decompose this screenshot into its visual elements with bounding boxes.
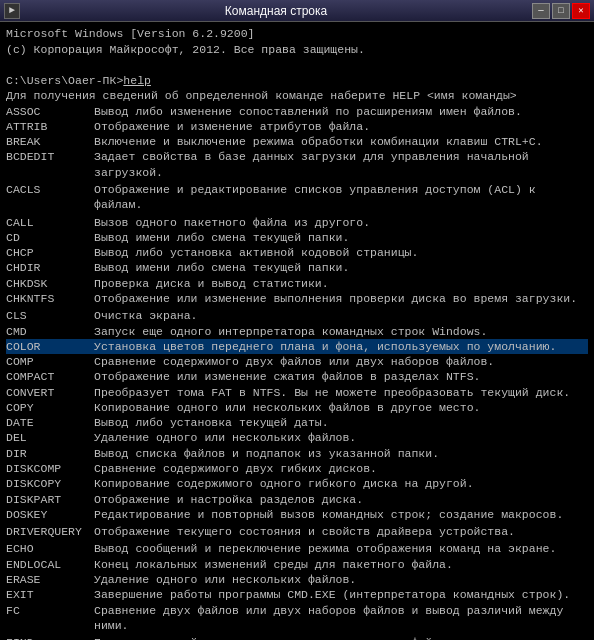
command-row: ERASEУдаление одного или нескольких файл… bbox=[6, 572, 588, 587]
command-desc: Отображение или изменение сжатия файлов … bbox=[94, 369, 588, 384]
minimize-button[interactable]: ─ bbox=[532, 3, 550, 19]
command-name: ERASE bbox=[6, 572, 94, 587]
command-desc: Вывод сообщений и переключение режима от… bbox=[94, 541, 588, 556]
terminal-output: Microsoft Windows [Version 6.2.9200] (с)… bbox=[0, 22, 594, 640]
command-row: FCСравнение двух файлов или двух наборов… bbox=[6, 603, 588, 634]
title-bar: ► Командная строка ─ □ ✕ bbox=[0, 0, 594, 22]
command-row: CMDЗапуск еще одного интерпретатора кома… bbox=[6, 324, 588, 339]
help-intro-text: Для получения сведений об определенной к… bbox=[6, 88, 517, 104]
command-name: COPY bbox=[6, 400, 94, 415]
header-line-1: Microsoft Windows [Version 6.2.9200] bbox=[6, 26, 588, 42]
prompt: C:\Users\Oaer-ПК> bbox=[6, 73, 123, 89]
command-row: ECHOВывод сообщений и переключение режим… bbox=[6, 541, 588, 556]
help-intro: Для получения сведений об определенной к… bbox=[6, 88, 588, 104]
command-desc: Отображение и редактирование списков упр… bbox=[94, 182, 588, 213]
window-title: Командная строка bbox=[20, 4, 532, 18]
command-desc: Удаление одного или нескольких файлов. bbox=[94, 430, 588, 445]
command-name: DIR bbox=[6, 446, 94, 461]
command-row: COMPСравнение содержимого двух файлов ил… bbox=[6, 354, 588, 369]
command-desc: Копирование одного или нескольких файлов… bbox=[94, 400, 588, 415]
command-name: CONVERT bbox=[6, 385, 94, 400]
command-desc: Отображение текущего состояния и свойств… bbox=[94, 524, 588, 539]
command-desc: Проверка диска и вывод статистики. bbox=[94, 276, 588, 291]
command-row: DISKCOPYКопирование содержимого одного г… bbox=[6, 476, 588, 491]
command-row: BREAKВключение и выключение режима обраб… bbox=[6, 134, 588, 149]
command-name: CD bbox=[6, 230, 94, 245]
command-desc: Установка цветов переднего плана и фона,… bbox=[94, 339, 588, 354]
command-row: DIRВывод списка файлов и подпапок из ука… bbox=[6, 446, 588, 461]
command-name: DISKPART bbox=[6, 492, 94, 507]
command-list: ASSOCВывод либо изменение сопоставлений … bbox=[6, 104, 588, 640]
close-button[interactable]: ✕ bbox=[572, 3, 590, 19]
command-desc: Редактирование и повторный вызов командн… bbox=[94, 507, 588, 522]
command-desc: Запуск еще одного интерпретатора командн… bbox=[94, 324, 588, 339]
header-line-3 bbox=[6, 57, 588, 73]
command-name: DISKCOMP bbox=[6, 461, 94, 476]
command-row: ENDLOCALКонец локальных изменений среды … bbox=[6, 557, 588, 572]
command-row: CHCPВывод либо установка активной кодово… bbox=[6, 245, 588, 260]
command-desc: Сравнение содержимого двух файлов или дв… bbox=[94, 354, 588, 369]
command-desc: Отображение и изменение атрибутов файла. bbox=[94, 119, 588, 134]
command-desc: Преобразует тома FAT в NTFS. Вы не может… bbox=[94, 385, 588, 400]
command-row: CHKDSKПроверка диска и вывод статистики. bbox=[6, 276, 588, 291]
command-row: COMPACTОтображение или изменение сжатия … bbox=[6, 369, 588, 384]
command-desc: Отображение или изменение выполнения про… bbox=[94, 291, 588, 306]
command-name: BCDEDIT bbox=[6, 149, 94, 180]
command-name: DOSKEY bbox=[6, 507, 94, 522]
command-name: DISKCOPY bbox=[6, 476, 94, 491]
command-desc: Копирование содержимого одного гибкого д… bbox=[94, 476, 588, 491]
command-name: CACLS bbox=[6, 182, 94, 213]
command-row: DOSKEYРедактирование и повторный вызов к… bbox=[6, 507, 588, 522]
command-row: BCDEDITЗадает свойства в базе данных заг… bbox=[6, 149, 588, 180]
command-desc: Вывод имени либо смена текущей папки. bbox=[94, 260, 588, 275]
maximize-button[interactable]: □ bbox=[552, 3, 570, 19]
command-name: DRIVERQUERY bbox=[6, 524, 94, 539]
command-name: COMPACT bbox=[6, 369, 94, 384]
command-row: EXITЗавершение работы программы CMD.EXE … bbox=[6, 587, 588, 602]
command-name: FIND bbox=[6, 635, 94, 640]
command-row: CACLSОтображение и редактирование списко… bbox=[6, 182, 588, 213]
command-name: FC bbox=[6, 603, 94, 634]
header-line-2: (с) Корпорация Майкрософт, 2012. Все пра… bbox=[6, 42, 588, 58]
command-desc: Вывод либо установка активной кодовой ст… bbox=[94, 245, 588, 260]
window-controls: ─ □ ✕ bbox=[532, 3, 590, 19]
command-row: DELУдаление одного или нескольких файлов… bbox=[6, 430, 588, 445]
command-desc: Очистка экрана. bbox=[94, 308, 588, 323]
command-desc: Отображение и настройка разделов диска. bbox=[94, 492, 588, 507]
command-row: DISKCOMPСравнение содержимого двух гибки… bbox=[6, 461, 588, 476]
input-line: C:\Users\Oaer-ПК>help bbox=[6, 73, 588, 89]
command-name: CLS bbox=[6, 308, 94, 323]
header-text-2: (с) Корпорация Майкрософт, 2012. Все пра… bbox=[6, 42, 365, 58]
command-desc: Вывод либо установка текущей даты. bbox=[94, 415, 588, 430]
command-desc: Поиск текстовой строки в одном или неско… bbox=[94, 635, 588, 640]
command-name: CMD bbox=[6, 324, 94, 339]
command-name: CHCP bbox=[6, 245, 94, 260]
command-row: COPYКопирование одного или нескольких фа… bbox=[6, 400, 588, 415]
command-name: COLOR bbox=[6, 339, 94, 354]
window-container: ► Командная строка ─ □ ✕ Microsoft Windo… bbox=[0, 0, 594, 640]
command-row: COLORУстановка цветов переднего плана и … bbox=[6, 339, 588, 354]
command-row: DATEВывод либо установка текущей даты. bbox=[6, 415, 588, 430]
command-desc: Вывод списка файлов и подпапок из указан… bbox=[94, 446, 588, 461]
command-row: DRIVERQUERYОтображение текущего состояни… bbox=[6, 524, 588, 539]
command-name: BREAK bbox=[6, 134, 94, 149]
command-desc: Вывод либо изменение сопоставлений по ра… bbox=[94, 104, 588, 119]
command-name: ASSOC bbox=[6, 104, 94, 119]
command-desc: Вызов одного пакетного файла из другого. bbox=[94, 215, 588, 230]
command-row: FINDПоиск текстовой строки в одном или н… bbox=[6, 635, 588, 640]
command-row: CDВывод имени либо смена текущей папки. bbox=[6, 230, 588, 245]
command-row: CHDIRВывод имени либо смена текущей папк… bbox=[6, 260, 588, 275]
window-icon: ► bbox=[4, 3, 20, 19]
command-desc: Сравнение содержимого двух гибких дисков… bbox=[94, 461, 588, 476]
command-row: CONVERTПреобразует тома FAT в NTFS. Вы н… bbox=[6, 385, 588, 400]
command-desc: Задает свойства в базе данных загрузки д… bbox=[94, 149, 588, 180]
command-name: EXIT bbox=[6, 587, 94, 602]
command-name: DATE bbox=[6, 415, 94, 430]
command-row: ASSOCВывод либо изменение сопоставлений … bbox=[6, 104, 588, 119]
command-name: COMP bbox=[6, 354, 94, 369]
command-desc: Удаление одного или нескольких файлов. bbox=[94, 572, 588, 587]
command-name: ENDLOCAL bbox=[6, 557, 94, 572]
command-desc: Конец локальных изменений среды для паке… bbox=[94, 557, 588, 572]
command-row: DISKPARTОтображение и настройка разделов… bbox=[6, 492, 588, 507]
command-name: ECHO bbox=[6, 541, 94, 556]
